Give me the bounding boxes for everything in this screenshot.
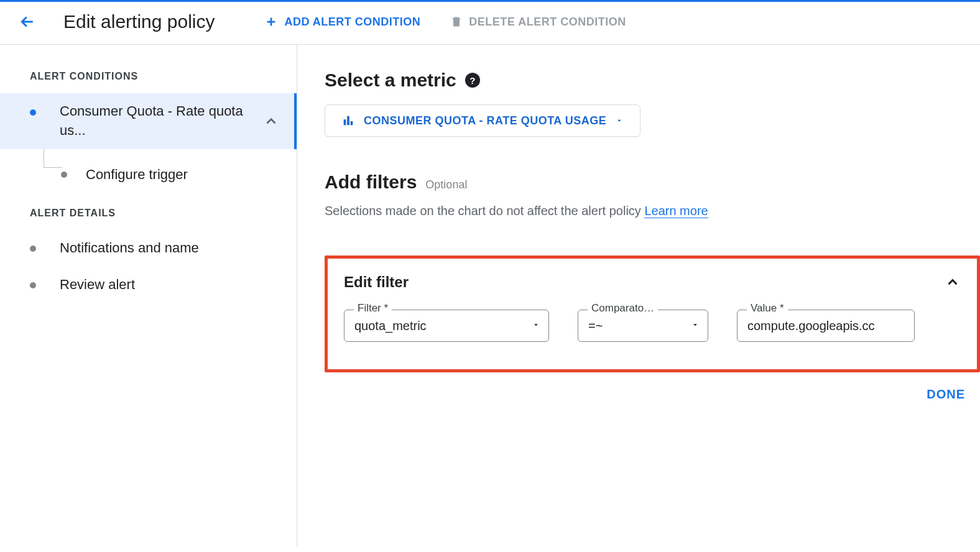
trash-icon — [450, 16, 463, 28]
chevron-down-icon — [615, 116, 624, 125]
step-consumer-quota[interactable]: Consumer Quota - Rate quota us... — [0, 93, 297, 149]
page-title: Edit alerting policy — [63, 11, 215, 32]
sidebar: ALERT CONDITIONS Consumer Quota - Rate q… — [0, 45, 297, 547]
header: Edit alerting policy Add Alert Condition… — [0, 2, 980, 45]
filters-desc-text: Selections made on the chart do not affe… — [325, 204, 644, 218]
edit-filter-panel: Edit filter Filter * quota_metric — [325, 255, 980, 372]
alert-details-header: ALERT DETAILS — [0, 208, 297, 230]
main-panel: Select a metric ? CONSUMER QUOTA - RATE … — [297, 45, 980, 547]
select-metric-title: Select a metric — [325, 70, 456, 91]
step-dot — [30, 246, 36, 252]
add-filters-title: Add filters — [325, 172, 417, 193]
filter-field-label: Filter * — [354, 302, 392, 315]
step-review-alert[interactable]: Review alert — [0, 267, 297, 303]
bar-chart-icon — [341, 114, 355, 127]
select-metric-heading: Select a metric ? — [325, 70, 980, 91]
help-icon[interactable]: ? — [465, 73, 480, 88]
back-arrow-icon[interactable] — [16, 11, 39, 33]
comparator-field-wrap: Comparato… =~ — [578, 310, 708, 342]
step-consumer-quota-label: Consumer Quota - Rate quota us... — [60, 102, 263, 140]
step-dot — [61, 172, 67, 178]
delete-alert-condition-label: Delete Alert Condition — [469, 16, 626, 29]
plus-icon — [264, 15, 278, 29]
alert-conditions-header: ALERT CONDITIONS — [0, 71, 297, 93]
chevron-up-icon[interactable] — [263, 113, 279, 129]
filter-select-value: quota_metric — [354, 319, 427, 333]
value-field-label: Value * — [747, 302, 788, 315]
step-configure-trigger[interactable]: Configure trigger — [0, 149, 297, 193]
svg-rect-1 — [347, 116, 349, 126]
optional-label: Optional — [425, 178, 467, 191]
filter-field-wrap: Filter * quota_metric — [344, 310, 549, 342]
add-alert-condition-button[interactable]: Add Alert Condition — [264, 15, 420, 29]
selected-metric-dropdown[interactable]: CONSUMER QUOTA - RATE QUOTA USAGE — [325, 104, 640, 137]
step-dot — [30, 282, 36, 288]
selected-metric-label: CONSUMER QUOTA - RATE QUOTA USAGE — [364, 114, 606, 127]
step-dot-active — [30, 109, 36, 116]
add-alert-condition-label: Add Alert Condition — [284, 16, 420, 29]
edit-filter-title: Edit filter — [344, 274, 409, 291]
done-button[interactable]: DONE — [927, 387, 965, 402]
collapse-icon[interactable] — [945, 274, 961, 290]
learn-more-link[interactable]: Learn more — [644, 204, 708, 218]
step-notifications-label: Notifications and name — [60, 239, 282, 258]
step-review-label: Review alert — [60, 275, 282, 295]
delete-alert-condition-button[interactable]: Delete Alert Condition — [450, 16, 626, 29]
step-notifications-name[interactable]: Notifications and name — [0, 230, 297, 267]
svg-rect-2 — [351, 121, 353, 125]
svg-rect-0 — [344, 119, 346, 125]
tree-connector — [44, 149, 62, 168]
value-field-wrap: Value * — [737, 310, 915, 342]
comparator-field-label: Comparato… — [588, 302, 658, 315]
step-configure-trigger-label: Configure trigger — [86, 165, 282, 185]
filters-description: Selections made on the chart do not affe… — [325, 204, 980, 218]
comparator-select-value: =~ — [588, 319, 603, 333]
